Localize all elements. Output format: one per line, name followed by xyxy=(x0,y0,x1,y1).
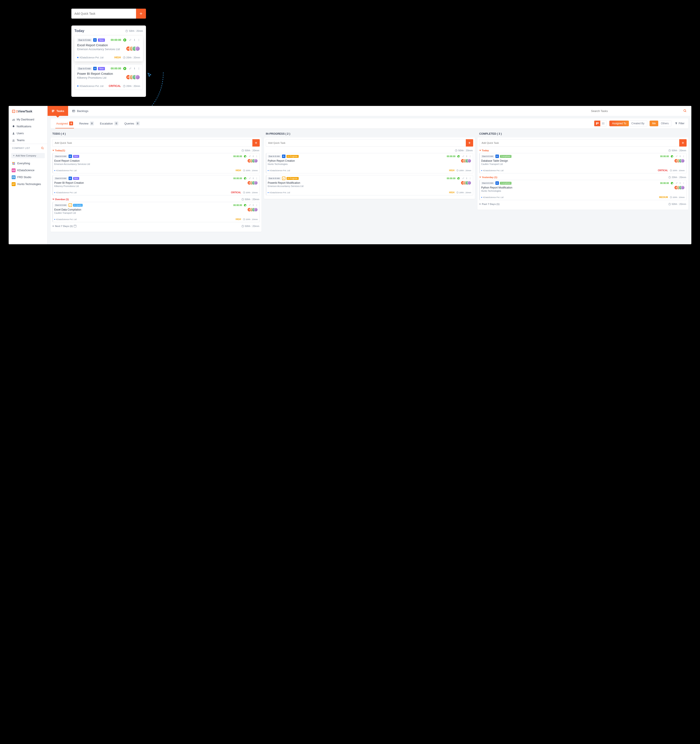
nav-teams[interactable]: Teams xyxy=(9,137,48,144)
quick-task-input[interactable] xyxy=(71,9,136,19)
nav-notifications[interactable]: Notifications xyxy=(9,123,48,130)
pin-icon[interactable] xyxy=(252,204,254,206)
search-bar[interactable] xyxy=(588,106,687,116)
more-icon[interactable] xyxy=(682,182,685,184)
edit-icon[interactable] xyxy=(129,39,131,41)
add-quick-task-button[interactable] xyxy=(136,9,146,19)
bucket-header[interactable]: Yesterday (1)20hh : 20mm xyxy=(479,175,687,180)
status-tab-review[interactable]: Review0 xyxy=(76,119,97,128)
pin-icon[interactable] xyxy=(466,155,468,157)
more-icon[interactable] xyxy=(137,67,140,70)
assigned-to-tab[interactable]: Assigned To xyxy=(609,121,629,126)
svg-point-53 xyxy=(256,205,257,206)
play-icon[interactable] xyxy=(457,177,460,180)
add-quick-row[interactable] xyxy=(479,139,687,147)
task-card[interactable]: Due in 6 minONew00:00:00Power BI Report … xyxy=(52,175,260,195)
clock-icon xyxy=(241,149,244,152)
task-card[interactable]: Due in 6 minOIn Progress00:00:00Python R… xyxy=(266,153,473,173)
add-quick-row[interactable] xyxy=(52,139,260,147)
play-icon[interactable] xyxy=(123,67,126,70)
more-icon[interactable] xyxy=(469,155,471,157)
more-icon[interactable] xyxy=(469,177,471,179)
status-tab-escalation[interactable]: Escalation0 xyxy=(97,119,121,128)
quick-task-input[interactable] xyxy=(52,139,252,147)
bucket-header[interactable]: Today50hh : 20mm xyxy=(479,148,687,153)
pin-icon[interactable] xyxy=(252,177,254,179)
add-quick-row[interactable] xyxy=(266,139,473,147)
edit-icon[interactable] xyxy=(462,155,464,157)
pin-icon[interactable] xyxy=(252,155,254,157)
bucket-header[interactable]: Overdue (1)50hh : 20mm xyxy=(52,197,260,202)
scope-toggle[interactable]: Me Others xyxy=(649,121,672,126)
edit-icon[interactable] xyxy=(249,155,251,157)
edit-icon[interactable] xyxy=(676,155,678,157)
pin-icon[interactable] xyxy=(133,39,136,41)
scope-others[interactable]: Others xyxy=(658,121,671,126)
source-company: KDataScience Pvt. Ltd xyxy=(77,85,103,87)
add-company-button[interactable]: +Add New Company xyxy=(11,153,45,158)
search-icon[interactable] xyxy=(41,147,44,150)
task-card[interactable]: Due in 6 minOCompleted00:00:00Database T… xyxy=(479,153,687,173)
nav-label: Users xyxy=(16,132,24,135)
tab-backlogs[interactable]: Backlogs xyxy=(68,106,92,116)
scope-me[interactable]: Me xyxy=(649,121,658,126)
bucket-header[interactable]: Past 7 Days (1)50hh : 20mm xyxy=(479,202,687,207)
priority-label: HIGH xyxy=(115,56,121,59)
pin-icon[interactable] xyxy=(466,177,468,179)
pin-icon[interactable] xyxy=(679,155,681,157)
play-icon[interactable] xyxy=(671,155,673,158)
edit-icon[interactable] xyxy=(462,177,464,179)
company-item[interactable]: Everything xyxy=(9,160,48,167)
task-card[interactable]: Due in 6 minONew00:00:00Excel Report Cre… xyxy=(52,153,260,173)
search-icon[interactable] xyxy=(682,109,687,113)
pin-icon[interactable] xyxy=(679,182,681,184)
more-icon[interactable] xyxy=(256,155,258,157)
add-quick-button[interactable] xyxy=(466,139,473,147)
nav-my-dashboard[interactable]: My Dashboard xyxy=(9,116,48,123)
more-icon[interactable] xyxy=(137,39,140,41)
more-icon[interactable] xyxy=(682,155,685,157)
company-item[interactable]: FSFRD Studio xyxy=(9,174,48,181)
status-tab-queries[interactable]: Queries0 xyxy=(121,119,143,128)
edit-icon[interactable] xyxy=(676,182,678,184)
preview-task-card[interactable]: Due in 6 minONew00:00:00Power BI Report … xyxy=(74,64,143,90)
bucket-header[interactable]: Today(1)50hh : 20mm xyxy=(52,148,260,153)
nav-label: Teams xyxy=(16,139,25,142)
play-icon[interactable] xyxy=(244,155,246,158)
task-card[interactable]: Due in 6 minOCompleted00:00:00Python Rep… xyxy=(479,180,687,200)
tab-tasks[interactable]: Tasks xyxy=(48,106,68,116)
task-card[interactable]: Due in 6 minIn Progress00:00:00Powerbi R… xyxy=(266,175,473,195)
view-kanban[interactable] xyxy=(594,121,600,126)
outlook-icon: O xyxy=(69,177,72,180)
edit-icon[interactable] xyxy=(129,67,131,70)
play-icon[interactable] xyxy=(244,204,246,207)
bucket-header[interactable]: Next 7 Days (1)50hh : 20mm xyxy=(52,224,260,229)
role-toggle[interactable]: Assigned To Created By xyxy=(609,121,647,126)
filter-button[interactable]: Filter xyxy=(674,122,686,125)
play-icon[interactable] xyxy=(244,177,246,180)
play-icon[interactable] xyxy=(671,182,673,185)
preview-task-card[interactable]: Due in 6 minONew00:00:00Excel Report Cre… xyxy=(74,36,143,61)
add-quick-button[interactable] xyxy=(252,139,260,147)
status-tab-assigned[interactable]: Assigned6 xyxy=(53,119,76,128)
edit-icon[interactable] xyxy=(249,204,251,206)
edit-icon[interactable] xyxy=(249,177,251,179)
task-card[interactable]: Due in 6 minIn Query00:00:00Excel Data C… xyxy=(52,202,260,222)
view-list[interactable] xyxy=(600,121,606,126)
search-input[interactable] xyxy=(588,107,682,115)
nav-users[interactable]: Users xyxy=(9,130,48,137)
add-quick-button[interactable] xyxy=(679,139,687,147)
quick-task-input[interactable] xyxy=(266,139,466,147)
pin-icon[interactable] xyxy=(133,67,136,70)
quick-task-input[interactable] xyxy=(479,139,679,147)
play-icon[interactable] xyxy=(123,39,126,42)
company-item[interactable]: HTHunto Technologies xyxy=(9,181,48,187)
more-icon[interactable] xyxy=(256,177,258,179)
add-quick-task-float[interactable] xyxy=(71,9,146,19)
svg-rect-18 xyxy=(12,163,13,164)
company-item[interactable]: KDKDataScience xyxy=(9,167,48,174)
view-toggle[interactable] xyxy=(594,121,606,126)
more-icon[interactable] xyxy=(256,204,258,206)
created-by-tab[interactable]: Created By xyxy=(629,121,647,126)
play-icon[interactable] xyxy=(457,155,460,158)
